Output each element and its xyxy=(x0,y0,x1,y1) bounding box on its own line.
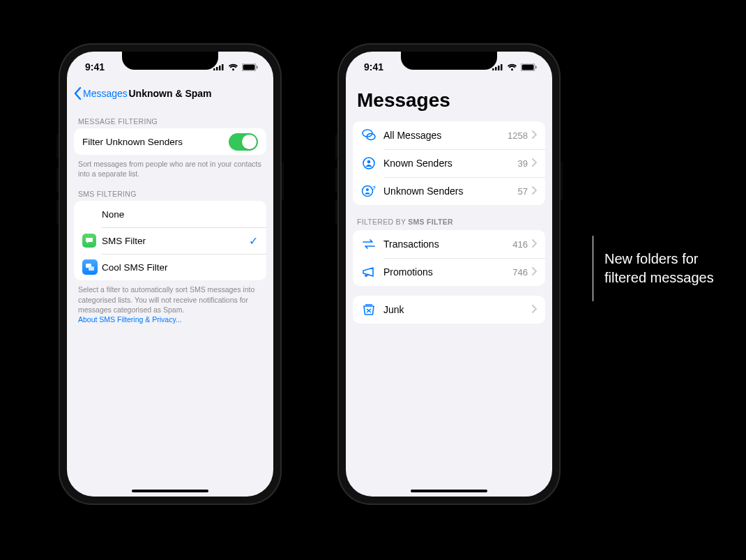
svg-rect-0 xyxy=(213,68,215,70)
status-time: 9:41 xyxy=(364,61,383,73)
checkmark-icon: ✓ xyxy=(249,234,258,248)
annotation-text: New folders for filtered messages xyxy=(604,250,716,287)
folder-transactions[interactable]: Transactions 416 xyxy=(353,230,545,258)
svg-rect-6 xyxy=(257,66,258,68)
chat-bubble-icon xyxy=(82,234,96,248)
chevron-left-icon xyxy=(74,87,82,100)
app-icon-sms-filter xyxy=(82,234,102,248)
nav-bar: Messages Unknown & Spam xyxy=(67,82,273,105)
back-label: Messages xyxy=(83,88,128,99)
svg-point-21 xyxy=(366,188,369,191)
row-label: SMS Filter xyxy=(102,236,249,246)
footer-sms-filtering: Select a filter to automatically sort SM… xyxy=(67,280,273,324)
row-filter-sms[interactable]: SMS Filter ✓ xyxy=(74,227,266,254)
home-indicator[interactable] xyxy=(411,490,487,492)
svg-rect-15 xyxy=(535,66,537,68)
section-header-sms-filtering: SMS FILTERING xyxy=(67,179,273,201)
footer-filter-unknown: Sort messages from people who are not in… xyxy=(67,155,273,179)
status-icons xyxy=(492,63,537,71)
battery-icon xyxy=(242,63,258,71)
annotation-callout: New folders for filtered messages xyxy=(593,236,716,301)
chevron-right-icon xyxy=(532,239,537,250)
chevron-right-icon xyxy=(532,158,537,169)
folder-count: 1258 xyxy=(508,130,528,141)
folder-count: 57 xyxy=(518,186,528,197)
back-button[interactable]: Messages xyxy=(74,87,128,100)
svg-text:?: ? xyxy=(372,185,376,191)
folder-promotions[interactable]: Promotions 746 xyxy=(353,258,545,286)
folder-count: 746 xyxy=(512,267,528,278)
chat-bubbles-icon xyxy=(361,128,383,142)
svg-rect-1 xyxy=(216,67,218,70)
row-label: Filter Unknown Senders xyxy=(82,137,229,147)
junk-icon xyxy=(361,303,383,317)
megaphone-icon xyxy=(361,266,383,278)
link-sms-privacy[interactable]: About SMS Filtering & Privacy... xyxy=(78,315,182,324)
wifi-icon xyxy=(228,63,238,71)
folder-label: Junk xyxy=(383,304,532,315)
svg-rect-2 xyxy=(219,66,221,70)
row-label: Cool SMS Filter xyxy=(102,262,258,273)
folder-count: 416 xyxy=(512,239,528,250)
svg-rect-10 xyxy=(495,67,497,70)
transactions-icon xyxy=(361,238,383,250)
phone-messages: 9:41 Messages All Messages 1258 xyxy=(337,43,561,505)
folder-known-senders[interactable]: Known Senders 39 xyxy=(353,149,545,177)
chat-bubbles-icon xyxy=(82,259,98,275)
annotation-divider xyxy=(593,236,593,301)
svg-rect-9 xyxy=(492,68,494,70)
folder-junk[interactable]: Junk xyxy=(353,296,545,324)
toggle-filter-unknown[interactable] xyxy=(229,133,258,151)
folder-label: Known Senders xyxy=(383,158,518,169)
home-indicator[interactable] xyxy=(132,490,208,492)
page-title: Messages xyxy=(346,82,552,121)
notch xyxy=(122,52,218,70)
section-header-filtered-by: FILTERED BY SMS FILTER xyxy=(346,205,552,230)
person-known-icon xyxy=(361,156,383,170)
folder-label: All Messages xyxy=(383,130,508,141)
svg-rect-5 xyxy=(243,64,255,70)
phone-settings: 9:41 Messages Unknown & Spam MESSAGE FIL… xyxy=(59,43,282,505)
chevron-right-icon xyxy=(532,266,537,278)
folder-label: Transactions xyxy=(383,239,512,250)
chevron-right-icon xyxy=(532,304,537,315)
chevron-right-icon xyxy=(532,130,537,141)
person-unknown-icon: ? xyxy=(361,184,383,198)
row-filter-unknown[interactable]: Filter Unknown Senders xyxy=(74,128,266,155)
row-filter-cool-sms[interactable]: Cool SMS Filter xyxy=(74,254,266,280)
folder-label: Promotions xyxy=(383,266,512,278)
app-icon-cool-sms-filter xyxy=(82,259,102,275)
wifi-icon xyxy=(507,63,517,71)
status-icons xyxy=(213,63,258,71)
svg-rect-3 xyxy=(222,64,224,70)
svg-rect-11 xyxy=(498,66,500,70)
chevron-right-icon xyxy=(532,186,537,197)
svg-point-19 xyxy=(367,160,371,164)
folder-count: 39 xyxy=(518,158,528,169)
battery-icon xyxy=(521,63,537,71)
svg-rect-8 xyxy=(89,266,94,271)
folder-unknown-senders[interactable]: ? Unknown Senders 57 xyxy=(353,177,545,205)
row-label: None xyxy=(102,209,258,220)
status-time: 9:41 xyxy=(85,61,105,73)
row-filter-none[interactable]: None xyxy=(74,201,266,227)
section-header-message-filtering: MESSAGE FILTERING xyxy=(67,110,273,128)
nav-title: Unknown & Spam xyxy=(128,88,211,99)
svg-rect-14 xyxy=(522,64,534,70)
folder-label: Unknown Senders xyxy=(383,186,518,197)
notch xyxy=(401,52,497,70)
svg-rect-12 xyxy=(501,64,503,70)
folder-all-messages[interactable]: All Messages 1258 xyxy=(353,121,545,149)
